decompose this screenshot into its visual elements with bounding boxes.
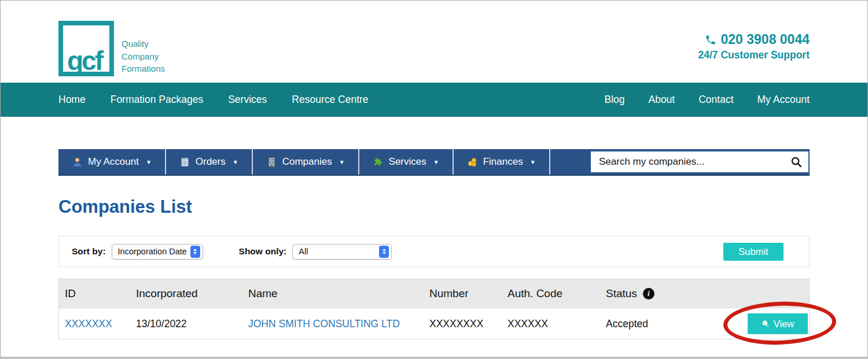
- column-header-incorporated: Incorporated: [136, 287, 248, 300]
- status-value: Accepted: [606, 318, 748, 330]
- user-icon: [72, 157, 83, 168]
- nav-item-services[interactable]: Services: [228, 94, 267, 106]
- search-input[interactable]: [599, 156, 790, 168]
- company-name-link[interactable]: JOHN SMITH CONSULTING LTD: [248, 318, 429, 330]
- auth-code: XXXXXX: [507, 318, 606, 330]
- sort-by-value: Incorporation Date: [118, 247, 187, 256]
- logo-line: Formations: [122, 62, 165, 75]
- select-stepper-icon: [379, 246, 389, 258]
- subnav-companies-dropdown[interactable]: Companies ▼: [253, 149, 359, 175]
- sort-by-select[interactable]: Incorporation Date: [112, 244, 203, 260]
- page-title: Companies List: [58, 197, 810, 217]
- logo-line: Company: [122, 50, 165, 63]
- show-only-value: All: [299, 247, 308, 256]
- company-search-box: [591, 151, 808, 172]
- main-nav-left: Home Formation Packages Services Resourc…: [58, 94, 369, 106]
- column-header-name: Name: [248, 287, 429, 300]
- support-text: 24/7 Customer Support: [698, 49, 810, 61]
- coins-icon: [467, 157, 478, 168]
- nav-item-blog[interactable]: Blog: [604, 94, 624, 106]
- logo-square: qcf: [58, 21, 114, 76]
- magnifier-icon: [762, 320, 770, 328]
- subnav-my-account-dropdown[interactable]: My Account ▼: [58, 149, 166, 175]
- column-header-number: Number: [429, 287, 507, 300]
- chevron-down-icon: ▼: [433, 159, 439, 165]
- subnav-label: Finances: [483, 156, 523, 168]
- action-cell: View: [748, 313, 811, 334]
- site-header: qcf Quality Company Formations 020 3908 …: [1, 1, 867, 83]
- filter-panel: Sort by: Incorporation Date Show only: A…: [58, 236, 810, 267]
- show-only-select[interactable]: All: [292, 244, 392, 260]
- submit-button[interactable]: Submit: [723, 243, 784, 261]
- company-number: XXXXXXXX: [429, 318, 507, 330]
- column-header-status: Status i: [606, 287, 748, 300]
- puzzle-icon: [373, 157, 384, 168]
- select-stepper-icon: [190, 246, 200, 258]
- view-button[interactable]: View: [748, 313, 808, 334]
- subnav-label: Orders: [196, 156, 226, 168]
- subnav-label: Companies: [282, 156, 332, 168]
- account-subnav: My Account ▼ Orders ▼: [58, 149, 810, 176]
- subnav-orders-dropdown[interactable]: Orders ▼: [166, 149, 253, 175]
- view-button-label: View: [774, 319, 794, 330]
- chevron-down-icon: ▼: [146, 159, 152, 165]
- subnav-label: My Account: [88, 156, 139, 168]
- column-header-auth-code: Auth. Code: [507, 287, 606, 300]
- logo-line: Quality: [122, 38, 165, 50]
- incorporated-date: 13/10/2022: [136, 318, 248, 330]
- browser-page: qcf Quality Company Formations 020 3908 …: [0, 0, 868, 359]
- chevron-down-icon: ▼: [530, 159, 536, 165]
- chevron-down-icon: ▼: [233, 159, 238, 165]
- nav-item-contact[interactable]: Contact: [698, 94, 733, 106]
- nav-item-home[interactable]: Home: [58, 94, 86, 106]
- subnav-services-dropdown[interactable]: Services ▼: [359, 149, 454, 175]
- main-navigation: Home Formation Packages Services Resourc…: [1, 83, 867, 117]
- companies-table: ID Incorporated Name Number Auth. Code S…: [58, 279, 810, 339]
- info-icon[interactable]: i: [643, 288, 654, 299]
- sort-by-label: Sort by:: [72, 246, 106, 257]
- contact-info: 020 3908 0044 24/7 Customer Support: [698, 32, 810, 61]
- phone-number[interactable]: 020 3908 0044: [721, 32, 810, 47]
- phone-icon: [705, 34, 716, 46]
- nav-item-resource-centre[interactable]: Resource Centre: [292, 94, 368, 106]
- chevron-down-icon: ▼: [339, 159, 345, 165]
- search-icon[interactable]: [790, 156, 803, 168]
- company-logo[interactable]: qcf Quality Company Formations: [58, 21, 165, 76]
- logo-mark: qcf: [67, 51, 102, 72]
- nav-item-about[interactable]: About: [648, 94, 675, 106]
- logo-text: Quality Company Formations: [122, 38, 165, 76]
- orders-icon: [179, 157, 190, 168]
- subnav-finances-dropdown[interactable]: Finances ▼: [454, 149, 550, 175]
- table-row: XXXXXXX 13/10/2022 JOHN SMITH CONSULTING…: [59, 308, 809, 339]
- building-icon: [266, 157, 277, 168]
- nav-item-my-account[interactable]: My Account: [757, 94, 810, 106]
- column-header-id: ID: [65, 287, 136, 300]
- subnav-label: Services: [389, 156, 426, 168]
- main-nav-right: Blog About Contact My Account: [604, 94, 810, 106]
- table-header-row: ID Incorporated Name Number Auth. Code S…: [59, 279, 809, 308]
- show-only-label: Show only:: [239, 246, 287, 257]
- company-id-link[interactable]: XXXXXXX: [65, 318, 136, 330]
- nav-item-formation-packages[interactable]: Formation Packages: [111, 94, 204, 106]
